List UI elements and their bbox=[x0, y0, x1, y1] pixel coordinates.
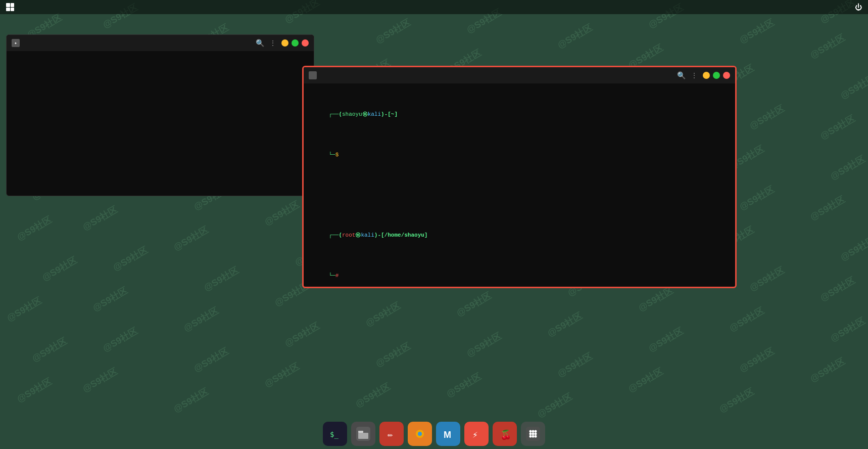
svg-text:✦: ✦ bbox=[14, 41, 17, 45]
terminal-2-cmd2: └─# bbox=[309, 264, 730, 287]
terminal-2-actions: 🔍 ⋮ bbox=[677, 71, 730, 79]
terminal-1-actions: 🔍 ⋮ bbox=[256, 39, 309, 47]
dock-burpsuite[interactable]: ⚡ bbox=[464, 422, 489, 446]
svg-point-24 bbox=[532, 433, 535, 435]
terminal-2-prompt2: ┌──(root㉿kali)-[/home/shaoyu] bbox=[309, 223, 730, 248]
dock-terminal[interactable]: $_ bbox=[323, 422, 347, 446]
power-icon[interactable]: ⏻ bbox=[855, 3, 862, 11]
svg-point-28 bbox=[535, 435, 537, 438]
svg-text:M: M bbox=[444, 430, 451, 440]
terminal-window-1: ✦ 🔍 ⋮ bbox=[6, 34, 314, 196]
svg-point-23 bbox=[529, 433, 532, 435]
terminal-1-body bbox=[7, 51, 314, 196]
svg-point-20 bbox=[529, 430, 532, 433]
minimize-button[interactable] bbox=[281, 39, 288, 47]
terminal-2-cmd1: └─$ bbox=[309, 143, 730, 167]
terminal-1-icon: ✦ bbox=[12, 39, 20, 47]
svg-rect-6 bbox=[358, 431, 363, 433]
dock-firefox[interactable] bbox=[408, 422, 432, 446]
svg-point-25 bbox=[535, 433, 537, 435]
terminal-2-prompt1: ┌──(shaoyu㉿kali)-[~] bbox=[309, 103, 730, 127]
terminal-2-titlebar: 🔍 ⋮ bbox=[304, 67, 735, 83]
search-icon-2[interactable]: 🔍 bbox=[677, 71, 686, 79]
app-menu-icon[interactable] bbox=[6, 3, 14, 11]
svg-point-12 bbox=[418, 432, 422, 436]
terminal-1-spacer2 bbox=[12, 64, 309, 72]
dock-files[interactable] bbox=[351, 422, 375, 446]
minimize-button-2[interactable] bbox=[703, 72, 710, 79]
menu-icon[interactable]: ⋮ bbox=[269, 39, 276, 47]
close-button-2[interactable] bbox=[723, 72, 730, 79]
maximize-button[interactable] bbox=[292, 39, 299, 47]
svg-text:$_: $_ bbox=[330, 430, 339, 439]
taskbar-top-right: ⏻ bbox=[855, 3, 862, 11]
maximize-button-2[interactable] bbox=[713, 72, 720, 79]
terminal-2-icon bbox=[309, 71, 317, 79]
svg-point-26 bbox=[529, 435, 532, 438]
terminal-1-titlebar: ✦ 🔍 ⋮ bbox=[7, 35, 314, 51]
svg-text:🍒: 🍒 bbox=[500, 429, 512, 440]
terminal-2-sudo-prompt bbox=[309, 183, 730, 207]
terminal-window-2: 🔍 ⋮ ┌──(shaoyu㉿kali)-[~] └─$ ┌──(root㉿ka… bbox=[302, 66, 737, 288]
terminal-1-spacer bbox=[12, 55, 309, 64]
svg-text:✏: ✏ bbox=[388, 429, 393, 439]
terminal-2-body: ┌──(shaoyu㉿kali)-[~] └─$ ┌──(root㉿kali)-… bbox=[304, 83, 735, 287]
menu-icon-2[interactable]: ⋮ bbox=[691, 71, 698, 79]
svg-point-21 bbox=[532, 430, 535, 433]
svg-text:⚡: ⚡ bbox=[472, 429, 478, 440]
svg-point-22 bbox=[535, 430, 537, 433]
dock-cherry[interactable]: 🍒 bbox=[493, 422, 517, 446]
dock-notes[interactable]: ✏ bbox=[379, 422, 404, 446]
taskbar-top-left bbox=[6, 3, 38, 11]
search-icon[interactable]: 🔍 bbox=[256, 39, 264, 47]
taskbar-top: ⏻ bbox=[0, 0, 868, 14]
dock-mousepad[interactable]: M bbox=[436, 422, 460, 446]
close-button[interactable] bbox=[302, 39, 309, 47]
taskbar-bottom: $_ ✏ M ⚡ 🍒 bbox=[0, 419, 868, 449]
svg-rect-2 bbox=[310, 73, 315, 78]
dock-apps[interactable] bbox=[521, 422, 545, 446]
svg-rect-7 bbox=[358, 433, 368, 439]
svg-point-27 bbox=[532, 435, 535, 438]
